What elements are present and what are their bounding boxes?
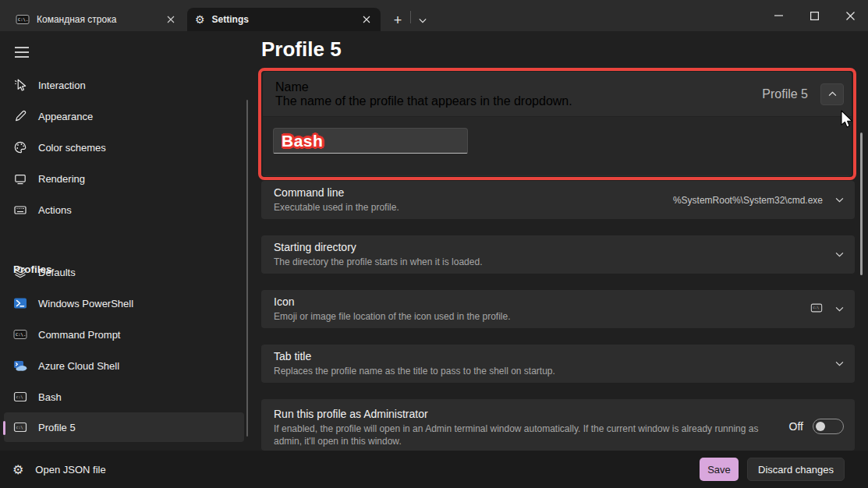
profile-name-input[interactable] (273, 128, 468, 154)
setting-name-expanded-area (263, 117, 852, 175)
sidebar-item-bash[interactable]: c:\ Bash (4, 381, 244, 412)
sidebar-item-defaults[interactable]: Defaults (4, 256, 244, 288)
setting-description: The name of the profile that appears in … (275, 94, 749, 108)
setting-current-value: %SystemRoot%\System32\cmd.exe (673, 195, 823, 206)
selected-indicator (3, 421, 5, 435)
pointer-icon (13, 78, 27, 92)
app-window: C:\. Командная строка ⚙ Settings + Inter… (0, 0, 868, 488)
setting-title: Run this profile as Administrator (274, 408, 777, 420)
sidebar-item-interaction[interactable]: Interaction (4, 69, 244, 101)
open-json-label: Open JSON file (35, 464, 105, 476)
tab-divider (410, 11, 411, 23)
svg-text:C:\.: C:\. (18, 17, 28, 22)
setting-description: Emoji or image file location of the icon… (274, 310, 798, 323)
tab-command-prompt[interactable]: C:\. Командная строка (8, 8, 185, 31)
setting-card-icon[interactable]: Icon Emoji or image file location of the… (261, 290, 855, 328)
main-content: Profile 5 Name The name of the profile t… (257, 31, 868, 451)
sidebar-item-windows-powershell[interactable]: Windows PowerShell (4, 288, 244, 319)
setting-card-name: Name The name of the profile that appear… (263, 72, 852, 176)
setting-current-value: Profile 5 (762, 87, 808, 101)
page-title: Profile 5 (261, 37, 342, 62)
toggle-state-label: Off (789, 420, 803, 433)
sidebar-item-actions[interactable]: Actions (4, 194, 244, 225)
layers-icon (13, 265, 27, 279)
close-window-button[interactable] (832, 0, 868, 31)
chevron-down-icon[interactable] (835, 306, 844, 312)
maximize-button[interactable] (796, 0, 832, 31)
window-controls (760, 0, 868, 31)
sidebar-item-label: Actions (38, 204, 72, 216)
cmd-icon: C:\. (13, 327, 27, 341)
sidebar-item-profile-5[interactable]: c:\ Profile 5 (4, 412, 244, 442)
svg-text:c:\: c:\ (16, 425, 23, 430)
chevron-down-icon[interactable] (835, 197, 844, 203)
powershell-icon (13, 296, 27, 310)
svg-text:c:\: c:\ (16, 394, 23, 399)
chevron-down-icon (419, 18, 427, 23)
sidebar-item-appearance[interactable]: Appearance (4, 101, 244, 132)
sidebar-item-label: Command Prompt (38, 329, 120, 341)
sidebar-item-label: Azure Cloud Shell (38, 360, 119, 372)
svg-text:C:\.: C:\. (16, 332, 26, 337)
pen-icon (13, 109, 27, 123)
setting-card-tab-title[interactable]: Tab title Replaces the profile name as t… (261, 345, 855, 383)
admin-toggle-switch[interactable] (813, 419, 844, 434)
titlebar: C:\. Командная строка ⚙ Settings + (0, 0, 868, 31)
setting-description: The directory the profile starts in when… (274, 256, 823, 268)
terminal-icon: c:\ (13, 420, 27, 434)
setting-title: Command line (274, 186, 661, 199)
sidebar-item-label: Appearance (38, 111, 93, 122)
setting-title: Starting directory (274, 241, 823, 253)
setting-description: Replaces the profile name as the title t… (274, 365, 823, 377)
setting-card-run-as-admin: Run this profile as Administrator If ena… (261, 399, 855, 451)
setting-title: Tab title (274, 350, 823, 362)
tab-dropdown-button[interactable] (413, 9, 433, 31)
close-tab-icon[interactable] (359, 12, 374, 27)
setting-description: If enabled, the profile will open in an … (274, 423, 777, 447)
sidebar-item-label: Rendering (38, 173, 85, 185)
hamburger-icon (15, 47, 29, 58)
terminal-icon: c:\ (810, 302, 823, 317)
main-scrollbar[interactable] (860, 133, 863, 275)
setting-title: Icon (274, 295, 798, 308)
open-json-file-button[interactable]: ⚙ Open JSON file (12, 458, 112, 481)
chevron-down-icon[interactable] (835, 252, 844, 257)
svg-text:c:\: c:\ (813, 306, 819, 309)
collapse-expander-button[interactable] (820, 83, 844, 105)
chevron-up-icon (828, 91, 837, 97)
sidebar-item-command-prompt[interactable]: C:\. Command Prompt (4, 319, 244, 350)
gear-icon: ⚙ (195, 13, 205, 26)
chevron-down-icon[interactable] (835, 361, 844, 366)
sidebar-item-color-schemes[interactable]: Color schemes (4, 132, 244, 163)
save-button[interactable]: Save (700, 458, 739, 481)
cloud-icon (13, 359, 27, 373)
keyboard-icon (13, 203, 27, 217)
setting-card-starting-directory[interactable]: Starting directory The directory the pro… (261, 235, 855, 274)
sidebar-item-label: Color schemes (38, 142, 106, 154)
terminal-icon: c:\ (13, 390, 27, 404)
toggle-knob (816, 422, 825, 431)
setting-card-command-line[interactable]: Command line Executable used in the prof… (261, 181, 855, 219)
minimize-button[interactable] (760, 0, 796, 31)
sidebar-item-label: Bash (38, 391, 62, 403)
footer-actions: Save Discard changes (700, 458, 845, 481)
new-tab-button[interactable]: + (387, 9, 409, 31)
sidebar: Interaction Appearance Color schemes Ren… (0, 31, 257, 451)
setting-name-header[interactable]: Name The name of the profile that appear… (263, 72, 852, 117)
discard-changes-button[interactable]: Discard changes (747, 458, 845, 481)
hamburger-menu-button[interactable] (9, 41, 34, 64)
sidebar-item-azure-cloud-shell[interactable]: Azure Cloud Shell (4, 350, 244, 381)
sidebar-item-rendering[interactable]: Rendering (4, 163, 244, 194)
footer-bar: ⚙ Open JSON file Save Discard changes (0, 451, 868, 488)
tab-label: Settings (212, 14, 352, 25)
setting-title: Name (275, 80, 749, 94)
gear-icon: ⚙ (12, 462, 23, 477)
sidebar-scrollbar[interactable] (246, 100, 248, 437)
sidebar-item-label: Defaults (38, 267, 76, 278)
setting-description: Executable used in the profile. (274, 201, 661, 214)
sidebar-item-label: Profile 5 (38, 422, 76, 433)
palette-icon (13, 140, 27, 154)
sidebar-item-label: Windows PowerShell (38, 298, 133, 309)
tab-settings[interactable]: ⚙ Settings (187, 8, 381, 31)
close-tab-icon[interactable] (163, 12, 179, 27)
